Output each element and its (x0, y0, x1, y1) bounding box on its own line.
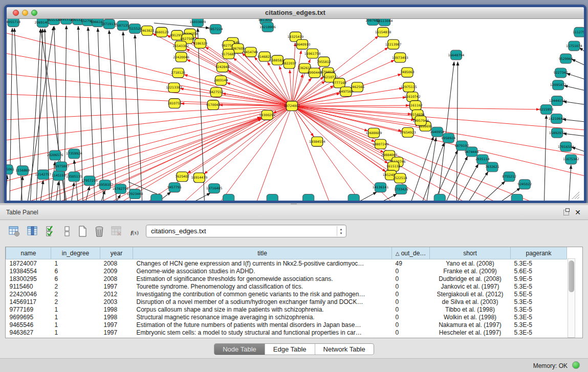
graph-node[interactable]: 9529966 (559, 54, 573, 63)
graph-node[interactable]: 1640954 (430, 127, 444, 137)
graph-node[interactable]: 17957253 (81, 176, 98, 186)
graph-node[interactable]: 22420046 (173, 52, 189, 62)
graph-node[interactable] (303, 194, 314, 201)
graph-node[interactable]: 2718126 (171, 68, 185, 78)
new-table-button[interactable] (76, 224, 90, 239)
table-row[interactable]: 946554611997Estimation of the future num… (6, 321, 567, 329)
table-row[interactable]: 1456911722003Disruption of a novel membe… (6, 298, 567, 305)
graph-node[interactable]: 9457791 (167, 183, 182, 192)
graph-node[interactable]: 10688609 (366, 128, 382, 138)
scrollbar-thumb[interactable] (569, 260, 574, 292)
graph-node[interactable]: 14957944 (412, 116, 429, 125)
table-row[interactable]: 977716911998Corpus callosum shape and si… (6, 305, 567, 313)
graph-node[interactable]: 7625402 (175, 172, 189, 182)
graph-node[interactable]: 17016504 (558, 142, 574, 151)
table-row[interactable]: 911546021997Tourette syndrome. Phenomeno… (6, 282, 567, 290)
graph-node[interactable]: 8186328 (193, 38, 207, 48)
graph-node[interactable]: 12095872 (550, 80, 567, 90)
graph-node[interactable]: 12213987 (385, 39, 402, 49)
table-row[interactable]: 969969511998Structural magnetic resonanc… (6, 313, 567, 321)
graph-node[interactable]: 7632621 (485, 162, 499, 172)
column-header-out_de[interactable]: △ out_de… (392, 247, 430, 259)
memory-ok-indicator[interactable] (572, 361, 580, 369)
tab-edge-table[interactable]: Edge Table (265, 344, 315, 355)
graph-node[interactable]: 9474444 (465, 147, 479, 157)
graph-node[interactable]: 16975887 (53, 162, 70, 171)
delete-rows-button[interactable] (92, 224, 106, 239)
graph-node[interactable]: 1733426 (394, 185, 408, 194)
graph-node[interactable]: 18300295 (259, 110, 275, 120)
table-selector-dropdown[interactable]: citations_edges.txt ▲▼ (146, 225, 346, 237)
deselect-all-button[interactable] (60, 224, 75, 239)
graph-node[interactable]: 9227342 (554, 68, 568, 78)
graph-node[interactable]: 7515526 (128, 24, 142, 33)
graph-node[interactable]: 17654923 (400, 127, 416, 137)
graph-node[interactable]: 9777169 (332, 78, 346, 88)
graph-node[interactable] (223, 194, 234, 201)
graph-node[interactable] (267, 194, 278, 201)
network-canvas[interactable]: 7463822 8660123 8912955 18226058 9827506… (7, 19, 584, 201)
graph-node[interactable]: 1615132 (386, 162, 401, 171)
graph-node[interactable]: 12975115 (401, 82, 417, 92)
graph-node[interactable]: 15751074 (566, 41, 582, 51)
graph-node[interactable]: 16210643 (549, 114, 565, 123)
window-titlebar[interactable]: citations_edges.txt (7, 7, 584, 19)
graph-node[interactable]: 8958924 (441, 133, 455, 143)
column-header-title[interactable]: title (133, 247, 392, 259)
table-row[interactable]: 1830029562008Estimation of significance … (6, 275, 567, 282)
graph-node[interactable]: 16033809 (189, 19, 206, 27)
graph-node[interactable]: 10973493 (392, 53, 408, 62)
graph-node[interactable]: 16648794 (448, 50, 465, 60)
graph-node[interactable]: 1156869 (15, 166, 30, 176)
graph-node[interactable]: 12213383 (166, 83, 182, 93)
graph-node[interactable]: 19384554 (309, 137, 325, 146)
graph-node[interactable]: 12142757 (35, 170, 52, 180)
graph-node[interactable]: 12444154 (549, 96, 565, 106)
graph-node[interactable]: 7485063 (400, 68, 415, 77)
graph-node[interactable]: 16914479 (191, 173, 207, 183)
column-header-in_degree[interactable]: in_degree (51, 247, 100, 259)
graph-node[interactable] (511, 194, 522, 201)
network-window[interactable]: citations_edges.txt 7463822 8660123 8912… (4, 5, 586, 203)
graph-node[interactable]: 1810755 (167, 99, 182, 108)
column-header-year[interactable]: year (100, 247, 133, 259)
graph-node[interactable]: 15892971 (549, 128, 565, 138)
graph-node[interactable]: 20206576 (47, 150, 63, 160)
graph-node[interactable]: 16958107 (97, 180, 113, 190)
graph-node[interactable]: 1435061 (7, 165, 14, 174)
graph-node[interactable] (434, 194, 445, 201)
graph-node[interactable]: 1145193 (52, 171, 66, 181)
graph-node[interactable]: 14136141 (373, 183, 389, 192)
table-scrollbar[interactable] (568, 258, 575, 338)
graph-node[interactable]: 8822037 (282, 59, 297, 69)
network-graph[interactable]: 7463822 8660123 8912955 18226058 9827506… (7, 19, 584, 201)
graph-node[interactable]: 18113044 (377, 19, 393, 26)
tab-network-table[interactable]: Network Table (315, 344, 374, 355)
graph-node[interactable]: 8990448 (308, 68, 322, 78)
graph-node[interactable]: 1161162 (408, 101, 423, 111)
graph-node[interactable]: 7463822 (140, 26, 155, 35)
graph-node[interactable]: 1112753 (573, 27, 584, 37)
graph-node[interactable]: 7955812 (317, 57, 331, 67)
graph-node[interactable]: 2803144 (214, 76, 228, 85)
column-header-short[interactable]: short (430, 247, 511, 259)
graph-node[interactable] (348, 194, 359, 201)
graph-node[interactable]: 9175685 (222, 49, 236, 59)
graph-node[interactable]: 16154838 (375, 27, 391, 37)
column-chooser-button[interactable] (26, 224, 40, 239)
float-panel-icon[interactable] (562, 208, 571, 216)
graph-node[interactable]: 8454749 (244, 47, 258, 57)
graph-node[interactable]: 7857224 (209, 24, 223, 34)
graph-node[interactable]: 13505135 (66, 172, 82, 182)
graph-node[interactable]: 8660123 (155, 27, 169, 37)
close-panel-icon[interactable]: ✕ (574, 208, 582, 216)
graph-node[interactable]: 9242848 (215, 62, 230, 72)
delete-table-button[interactable] (110, 224, 124, 239)
graph-node[interactable]: 17359924 (66, 149, 82, 159)
graph-node[interactable]: 9245022 (517, 180, 532, 189)
graph-node[interactable]: 7462566 (350, 82, 364, 92)
graph-node[interactable]: 9170042 (206, 100, 221, 110)
graph-node[interactable]: 8215953 (539, 105, 554, 115)
graph-node[interactable]: 13716485 (206, 184, 223, 193)
graph-node[interactable]: 18640910 (294, 39, 311, 49)
